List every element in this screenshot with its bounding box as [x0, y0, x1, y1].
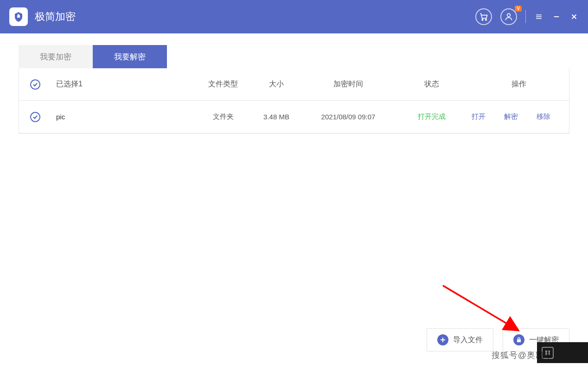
- svg-point-2: [507, 13, 511, 17]
- tab-bar: 我要加密 我要解密: [19, 45, 569, 68]
- action-decrypt[interactable]: 解密: [504, 112, 518, 121]
- import-label: 导入文件: [453, 335, 483, 345]
- cell-type: 文件夹: [195, 112, 251, 121]
- svg-point-0: [482, 19, 483, 20]
- app-title: 极简加密: [35, 10, 475, 24]
- file-table: 已选择1 文件类型 大小 加密时间 状态 操作 pic 文件夹 3.48 MB …: [19, 68, 569, 134]
- divider: [525, 10, 526, 23]
- header-actions: 操作: [469, 79, 569, 89]
- main-content: 我要加密 我要解密 已选择1 文件类型 大小 加密时间 状态 操作 pic: [0, 33, 588, 145]
- header-status: 状态: [395, 79, 469, 89]
- vip-badge-icon: V: [515, 6, 522, 12]
- cell-name: pic: [51, 113, 195, 121]
- action-open[interactable]: 打开: [472, 112, 486, 121]
- user-avatar[interactable]: V: [500, 8, 517, 25]
- header-time: 加密时间: [302, 79, 395, 89]
- import-file-button[interactable]: 导入文件: [427, 328, 493, 351]
- cell-time: 2021/08/09 09:07: [302, 113, 395, 121]
- select-all-checkbox[interactable]: [30, 79, 40, 90]
- shop-button[interactable]: [475, 8, 492, 25]
- table-row: pic 文件夹 3.48 MB 2021/08/09 09:07 打开完成 打开…: [19, 101, 569, 133]
- action-remove[interactable]: 移除: [537, 112, 550, 121]
- table-header-row: 已选择1 文件类型 大小 加密时间 状态 操作: [19, 68, 569, 101]
- watermark-text: 搜狐号@奥凯丰: [492, 350, 553, 361]
- close-button[interactable]: [569, 12, 579, 21]
- svg-point-1: [486, 19, 487, 20]
- header-size: 大小: [251, 79, 302, 89]
- cell-size: 3.48 MB: [251, 113, 302, 121]
- svg-line-3: [443, 286, 517, 330]
- header-selected-count: 已选择1: [51, 79, 195, 89]
- app-logo-icon: [9, 7, 28, 26]
- minimize-button[interactable]: [552, 12, 561, 21]
- titlebar-controls: V: [475, 8, 579, 25]
- plus-icon: [437, 334, 448, 345]
- lock-icon: [513, 334, 524, 345]
- menu-button[interactable]: [534, 12, 543, 21]
- tab-encrypt[interactable]: 我要加密: [19, 45, 93, 68]
- cell-status: 打开完成: [395, 112, 469, 121]
- header-type: 文件类型: [195, 79, 251, 89]
- titlebar: 极简加密 V: [0, 0, 588, 33]
- row-checkbox[interactable]: [30, 112, 40, 122]
- tab-decrypt[interactable]: 我要解密: [93, 45, 167, 68]
